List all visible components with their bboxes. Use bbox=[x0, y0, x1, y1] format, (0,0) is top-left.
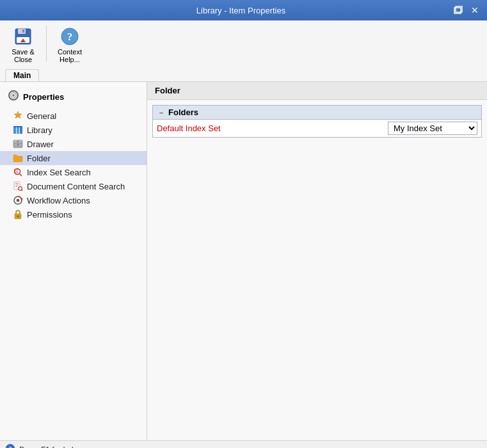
toolbar-separator bbox=[46, 26, 47, 61]
svg-rect-13 bbox=[20, 127, 22, 134]
toolbar-tab-bar: Main bbox=[5, 69, 482, 81]
svg-rect-3 bbox=[18, 29, 26, 34]
right-panel: Folder – Folders Default Index Set My In… bbox=[147, 82, 487, 440]
svg-text:?: ? bbox=[9, 445, 12, 448]
save-close-button[interactable]: Save &Close bbox=[5, 23, 41, 67]
drawer-icon bbox=[13, 139, 23, 149]
svg-point-35 bbox=[17, 216, 19, 218]
folders-section-label: Folders bbox=[168, 108, 198, 117]
right-panel-content: – Folders Default Index Set My Index Set… bbox=[147, 100, 487, 440]
main-tab[interactable]: Main bbox=[5, 69, 39, 81]
folders-header[interactable]: – Folders bbox=[152, 105, 482, 120]
title-bar: Library - Item Properties ✕ bbox=[0, 0, 487, 20]
help-status-icon: ? bbox=[5, 444, 15, 448]
properties-icon bbox=[8, 90, 19, 104]
close-button[interactable]: ✕ bbox=[468, 3, 482, 17]
right-panel-header: Folder bbox=[147, 82, 487, 100]
folders-table: Default Index Set My Index Set Option 2 … bbox=[152, 120, 482, 138]
workflow-actions-label: Workflow Actions bbox=[27, 196, 90, 205]
library-label: Library bbox=[27, 125, 52, 135]
folder-label: Folder bbox=[27, 154, 51, 163]
svg-rect-5 bbox=[22, 29, 24, 33]
svg-rect-33 bbox=[17, 199, 19, 202]
general-label: General bbox=[27, 111, 56, 121]
sidebar-item-index-set-search[interactable]: Index Set Search bbox=[0, 165, 147, 179]
sidebar-item-drawer[interactable]: Drawer bbox=[0, 137, 147, 151]
sidebar-item-library[interactable]: Library bbox=[0, 123, 147, 137]
svg-point-18 bbox=[17, 141, 19, 142]
toolbar-buttons: Save &Close ? ContextHelp... bbox=[5, 23, 482, 69]
svg-rect-23 bbox=[14, 171, 18, 172]
svg-rect-28 bbox=[15, 186, 17, 187]
sidebar: Properties General Library bbox=[0, 82, 147, 440]
svg-line-30 bbox=[22, 190, 23, 191]
index-set-search-label: Index Set Search bbox=[27, 168, 91, 177]
folders-row: Default Index Set My Index Set Option 2 … bbox=[153, 120, 481, 137]
svg-rect-14 bbox=[13, 126, 22, 127]
sidebar-header: Properties bbox=[0, 87, 147, 109]
folder-icon bbox=[13, 153, 23, 163]
folders-collapse-button[interactable]: – bbox=[157, 109, 166, 116]
workflow-actions-icon bbox=[13, 195, 23, 205]
sidebar-item-general[interactable]: General bbox=[0, 109, 147, 123]
context-help-button[interactable]: ? ContextHelp... bbox=[52, 23, 88, 67]
svg-rect-24 bbox=[14, 172, 19, 173]
folders-section: – Folders Default Index Set My Index Set… bbox=[152, 105, 482, 138]
toolbar: Save &Close ? ContextHelp... Main bbox=[0, 20, 487, 82]
svg-rect-11 bbox=[13, 127, 16, 134]
svg-line-21 bbox=[20, 174, 22, 177]
index-set-search-icon bbox=[13, 167, 23, 177]
svg-rect-26 bbox=[15, 183, 19, 184]
context-help-icon: ? bbox=[60, 26, 80, 47]
svg-rect-25 bbox=[14, 182, 20, 189]
status-bar: ? Press F1 for help bbox=[0, 440, 487, 448]
context-help-label: ContextHelp... bbox=[58, 48, 82, 63]
svg-marker-32 bbox=[20, 198, 23, 200]
save-icon bbox=[13, 26, 33, 47]
sidebar-item-workflow-actions[interactable]: Workflow Actions bbox=[0, 193, 147, 207]
document-content-search-icon bbox=[13, 181, 23, 191]
title-bar-controls: ✕ bbox=[451, 3, 482, 17]
sidebar-item-folder[interactable]: Folder bbox=[0, 151, 147, 165]
drawer-label: Drawer bbox=[27, 140, 54, 149]
default-index-set-label: Default Index Set bbox=[157, 124, 383, 133]
document-content-search-label: Document Content Search bbox=[27, 182, 125, 191]
svg-rect-22 bbox=[14, 169, 19, 170]
main-content: Properties General Library bbox=[0, 82, 487, 440]
svg-point-10 bbox=[12, 94, 15, 97]
general-icon bbox=[13, 111, 23, 121]
svg-rect-12 bbox=[17, 127, 19, 134]
sidebar-header-label: Properties bbox=[23, 92, 64, 102]
library-icon bbox=[13, 125, 23, 135]
svg-text:?: ? bbox=[67, 31, 73, 43]
sidebar-item-permissions[interactable]: Permissions bbox=[0, 207, 147, 221]
folders-dropdown-container: My Index Set Option 2 Option 3 bbox=[388, 122, 477, 135]
maximize-button[interactable] bbox=[451, 3, 465, 17]
svg-rect-27 bbox=[15, 185, 19, 186]
title-bar-title: Library - Item Properties bbox=[31, 6, 451, 15]
sidebar-item-document-content-search[interactable]: Document Content Search bbox=[0, 179, 147, 193]
permissions-icon bbox=[13, 209, 23, 220]
save-close-label: Save &Close bbox=[12, 48, 34, 63]
permissions-label: Permissions bbox=[27, 210, 72, 220]
index-set-dropdown[interactable]: My Index Set Option 2 Option 3 bbox=[388, 122, 477, 135]
svg-point-19 bbox=[17, 144, 19, 145]
status-text: Press F1 for help bbox=[19, 445, 77, 449]
